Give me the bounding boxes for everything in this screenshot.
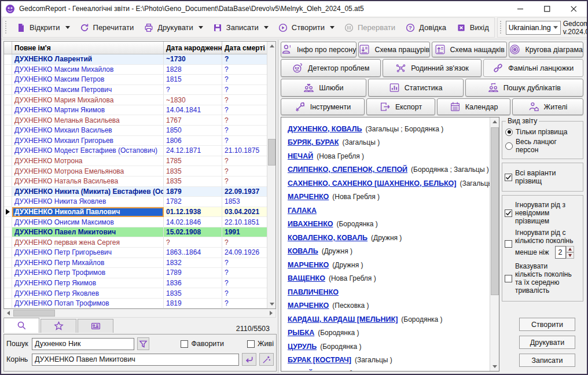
surname-chain-link[interactable]: ЦУРУЛЬ — [288, 343, 317, 351]
table-row[interactable]: ДУХНЕНКО Мария Михайлова ~1830 ? — [4, 95, 267, 105]
table-row[interactable]: ДУХНЕНКО Петр Трофимов 1789 ? — [4, 268, 267, 278]
table-row[interactable]: ДУХНЕНКО Никита Яковлев 1782 1853 — [4, 197, 267, 207]
table-row[interactable]: ДУХНЕНКО Лаврентий ~1730 ? — [4, 54, 267, 65]
generations-spinner[interactable]: 2 — [555, 246, 574, 259]
close-button[interactable] — [560, 1, 587, 16]
save-dropdown-caret[interactable] — [264, 26, 269, 29]
ignore-unknown-checkbox[interactable]: Ігнорувати рід з невідомим прізвищем — [505, 201, 580, 225]
scroll-up-icon[interactable] — [490, 117, 499, 126]
table-row[interactable]: ДУХНЕНКО Павел Микитович 15.02.1908 1991 — [4, 227, 267, 238]
tab-persons-card[interactable] — [78, 319, 113, 333]
tab-export[interactable]: Експорт — [366, 98, 435, 115]
tab-circle-diagram[interactable]: Кругова діаграма — [509, 42, 583, 57]
language-select[interactable]: Ukrainian.lng — [506, 21, 561, 35]
tab-calendar[interactable]: Календар — [437, 98, 510, 115]
spinner-up-icon[interactable] — [566, 246, 574, 252]
table-row[interactable]: ДУХНЕНКО Михаил Васильев 1850 ? — [4, 126, 267, 136]
table-row[interactable]: ДУХНЕНКО Никита (Микита) Евстафиев (Оста… — [4, 187, 267, 197]
table-row[interactable]: ДУХНЕНКО Петр Якимов 1836 ? — [4, 278, 267, 289]
favorites-checkbox[interactable]: Фаворити — [181, 340, 224, 348]
tab-favorites[interactable] — [41, 319, 76, 333]
alive-checkbox[interactable]: Живі — [247, 340, 274, 348]
scrollbar-thumb[interactable] — [13, 310, 55, 317]
tab-marriages[interactable]: Шлюби — [281, 79, 366, 97]
table-row[interactable]: ДУХНЕНКО Мотрона Емельянова 1835 ? — [4, 166, 267, 177]
tab-descendants-scheme[interactable]: Схема нащадків — [432, 42, 507, 57]
table-row[interactable]: ДУХНЕНКО Модест Евстафиев (Остапович) 24… — [4, 146, 267, 156]
tab-family-relation[interactable]: Родинний зв'язок — [383, 59, 481, 77]
table-row[interactable]: ДУХНЕНКО Петр Яковлев 1835 ? — [4, 288, 267, 299]
help-button[interactable]: ? Довідка — [400, 20, 451, 36]
surname-chain-link[interactable]: МАРЧЕНКО — [288, 261, 329, 269]
surname-chain-link[interactable]: МАРЧЕНКО — [288, 302, 329, 310]
table-vertical-scrollbar[interactable] — [267, 42, 275, 308]
scroll-left-icon[interactable] — [4, 309, 13, 317]
tab-statistics[interactable]: Статистика — [368, 79, 464, 97]
surname-chain-link[interactable]: ИВАХНЕНКО — [288, 220, 333, 228]
toolbar-grip-right[interactable] — [499, 21, 502, 35]
search-input[interactable] — [32, 338, 134, 350]
tab-tools[interactable]: Інструменти — [281, 98, 365, 115]
minimize-button[interactable] — [507, 1, 534, 16]
surname-chain-link[interactable]: РЫБКА — [288, 329, 314, 337]
tab-search[interactable] — [3, 318, 39, 333]
table-row[interactable]: ДУХНЕНКО Потап Трофимов 1819 ? — [4, 299, 267, 309]
create-dropdown-caret[interactable] — [330, 26, 335, 29]
tab-family-chains[interactable]: Фамільні ланцюжки — [483, 59, 583, 77]
table-row[interactable]: ДУХНЕНКО первая жена Сергея ? ? — [4, 237, 267, 248]
surname-chain-link[interactable]: ВАЩЕНКО — [288, 274, 325, 282]
set-root-button[interactable] — [242, 353, 256, 366]
table-horizontal-scrollbar[interactable] — [3, 309, 276, 318]
radio-full-chain[interactable]: Весь ланцюг персон — [505, 138, 580, 154]
surname-chain-link[interactable]: НЕЧАЙ — [288, 152, 313, 160]
surname-chain-link[interactable]: БУРЯК, БУРАК — [288, 138, 339, 146]
spinner-value[interactable]: 2 — [555, 246, 566, 259]
print-report-button[interactable]: Друкувати — [519, 336, 575, 349]
radio-surnames-only[interactable]: Тільки прізвища — [505, 128, 580, 136]
root-input[interactable] — [32, 354, 239, 366]
table-row[interactable]: ДУХНЕНКО Меланья Васильева 1767 ? — [4, 115, 267, 126]
save-report-button[interactable]: Записати — [519, 354, 575, 367]
table-row[interactable]: ДУХНЕНКО Мартин Якимов 14.04.1841 ? — [4, 105, 267, 116]
ignore-generations-checkbox[interactable]: Ігнорувати рід с кількістю поколінь менш… — [505, 229, 580, 259]
maximize-button[interactable] — [534, 1, 560, 16]
surname-chain-link[interactable]: СЛИПЕНКО, СЛЕПЕНОК, СЛЕПОЙ — [288, 166, 407, 174]
open-button[interactable]: Відкрити — [11, 20, 65, 36]
surname-chain-link[interactable]: БУРАК [КОСТРАЧ] — [288, 356, 351, 364]
table-row[interactable]: ДУХНЕНКО Петр Григорьевич 1863..1864 24.… — [4, 248, 267, 258]
tab-person-info[interactable]: Інфо про персону — [281, 42, 357, 57]
surname-chain-link[interactable]: САХНЕНКО, САХНЕНКО [ШАХНЕНКО, БЕЛЬКО] — [288, 179, 456, 188]
open-dropdown-caret[interactable] — [65, 26, 70, 29]
surname-chain-link[interactable]: КАРДАШ, КАРДАШ [МЕЛЬНИК] — [288, 315, 398, 323]
toolbar-grip[interactable] — [5, 21, 8, 35]
show-counts-checkbox[interactable]: Вказувати кількість поколінь та їх серед… — [505, 262, 580, 295]
surname-chain-link[interactable]: КОВАЛЕНКО, КОВАЛЬ — [288, 234, 368, 242]
table-row[interactable]: ДУХНЕНКО Максим Петров 1815 ? — [4, 75, 267, 85]
tab-ancestors-scheme[interactable]: Схема пращурів — [358, 42, 430, 57]
scroll-down-icon[interactable] — [267, 300, 276, 308]
table-row[interactable]: ДУХНЕНКО Николай Павлович 01.12.1938 03.… — [4, 207, 267, 218]
save-button[interactable]: Записати — [208, 20, 264, 36]
surname-chain-link[interactable]: ДУХНЕНКО, КОВАЛЬ — [288, 125, 362, 133]
filter-button[interactable] — [137, 337, 149, 350]
tab-problem-detector[interactable]: Детектор проблем — [281, 59, 381, 77]
table-row[interactable]: ДУХНЕНКО Максим Петрович ? ? — [4, 85, 267, 95]
surname-chain-link[interactable]: ПАВЛИЧЕНКО — [288, 288, 339, 296]
surname-chain-link[interactable]: НЕЧАЙ — [288, 370, 313, 371]
surname-chain-link[interactable]: ГАЛАКА — [288, 207, 317, 215]
create-report-button[interactable]: Створити — [519, 318, 575, 331]
spinner-down-icon[interactable] — [566, 252, 574, 259]
scrollbar-thumb[interactable] — [268, 139, 275, 166]
scroll-down-icon[interactable] — [490, 362, 499, 371]
all-variants-checkbox[interactable]: Всі варіанти прізвищ — [505, 169, 580, 185]
table-row[interactable]: ДУХНЕНКО Максим Михайлов 1828 ? — [4, 65, 267, 75]
column-full-name[interactable]: Повне ім'я — [12, 42, 164, 54]
print-dropdown-caret[interactable] — [199, 26, 203, 29]
surname-chain-link[interactable]: КОВАЛЬ — [288, 247, 318, 255]
exit-button[interactable]: Вихід — [451, 20, 494, 36]
table-row[interactable]: ДУХНЕНКО Мотрона 1785 ? — [4, 156, 267, 167]
table-row[interactable]: ДУХНЕНКО Михаил Григорьев 1806 ? — [4, 136, 267, 146]
list-vertical-scrollbar[interactable] — [490, 117, 499, 371]
tab-residents[interactable]: Жителі — [512, 98, 583, 115]
scroll-up-icon[interactable] — [267, 42, 276, 50]
